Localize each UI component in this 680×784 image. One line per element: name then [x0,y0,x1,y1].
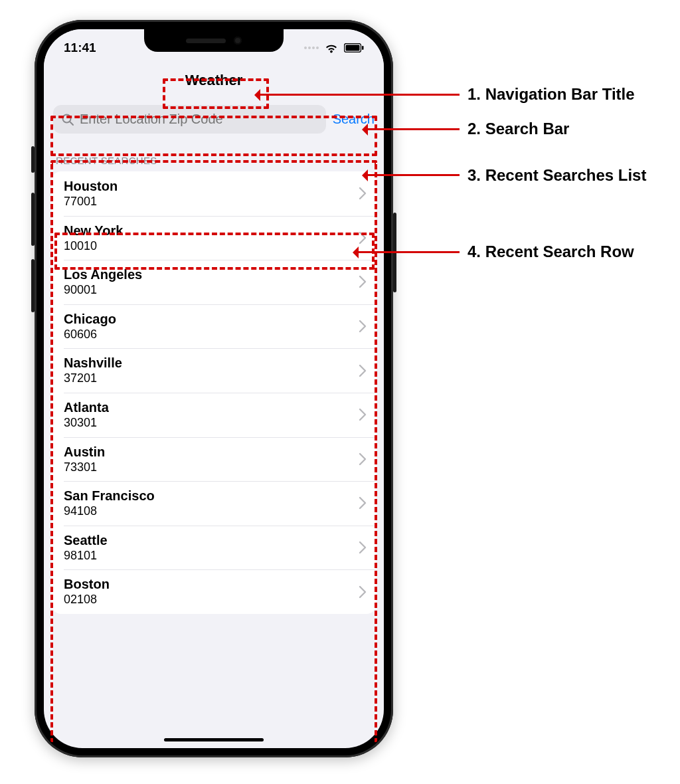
recent-search-city: Houston [64,178,359,195]
phone-notch [144,29,284,52]
home-indicator [164,738,264,741]
svg-line-4 [70,122,73,125]
chevron-right-icon [359,585,367,599]
annotation-label: 3. Recent Searches List [468,166,646,185]
svg-rect-1 [346,45,360,51]
search-button[interactable]: Search [333,112,375,127]
wifi-icon [324,43,339,53]
recent-search-row[interactable]: Atlanta30301 [52,393,376,437]
recent-search-zip: 60606 [64,328,359,342]
recent-search-zip: 73301 [64,460,359,475]
phone-side-button [31,259,35,312]
recent-search-zip: 02108 [64,593,359,607]
recent-search-zip: 77001 [64,195,359,209]
annotation-label: 4. Recent Search Row [468,243,634,261]
recent-search-city: New York [64,223,359,239]
recent-searches-header: RECENT SEARCHES [44,143,384,171]
chevron-right-icon [359,320,367,333]
recent-search-city: Atlanta [64,399,359,416]
recent-search-city: Los Angeles [64,266,359,283]
search-field[interactable] [53,105,326,134]
recent-search-row[interactable]: Seattle98101 [52,526,376,570]
recent-search-zip: 37201 [64,371,359,386]
svg-rect-2 [362,46,364,50]
recent-search-city: Austin [64,444,359,460]
recent-search-zip: 94108 [64,504,359,519]
recent-search-row[interactable]: Chicago60606 [52,304,376,349]
page-title: Weather [185,72,242,89]
recent-search-row[interactable]: New York10010 [52,216,376,260]
recent-search-zip: 98101 [64,549,359,563]
recent-search-zip: 10010 [64,239,359,254]
recent-search-city: Seattle [64,532,359,549]
annotation-label: 2. Search Bar [468,120,569,138]
recent-search-row[interactable]: Los Angeles90001 [52,260,376,304]
phone-frame: 11:41 [35,20,393,757]
search-icon [61,113,74,126]
recent-search-city: Nashville [64,355,359,371]
phone-side-button [31,146,35,173]
search-bar: Search [44,105,384,143]
chevron-right-icon [359,452,367,466]
navigation-bar: Weather [44,66,384,105]
recent-search-zip: 90001 [64,283,359,298]
status-time: 11:41 [64,41,96,55]
chevron-right-icon [359,364,367,377]
annotation-arrow [260,94,460,96]
annotation-arrow [359,251,460,253]
chevron-right-icon [359,231,367,245]
speaker-grill [186,39,226,43]
recent-search-zip: 30301 [64,416,359,431]
recent-search-row[interactable]: San Francisco94108 [52,481,376,526]
recent-search-row[interactable]: Nashville37201 [52,348,376,393]
annotation-arrow [368,174,460,176]
battery-icon [344,43,364,52]
recent-search-row[interactable]: Boston02108 [52,569,376,614]
recent-search-row[interactable]: Houston77001 [52,171,376,216]
cell-dots-icon [304,47,319,49]
recent-search-city: Boston [64,576,359,593]
annotation-label: 1. Navigation Bar Title [468,85,635,104]
chevron-right-icon [359,275,367,288]
phone-screen: 11:41 [44,29,384,748]
chevron-right-icon [359,408,367,421]
search-input[interactable] [80,112,318,127]
recent-search-row[interactable]: Austin73301 [52,437,376,482]
recent-search-city: Chicago [64,311,359,328]
recent-search-city: San Francisco [64,488,359,504]
chevron-right-icon [359,541,367,554]
recent-searches-list: Houston77001New York10010Los Angeles9000… [52,171,376,614]
chevron-right-icon [359,187,367,200]
phone-side-button [31,193,35,246]
front-camera [234,37,242,45]
annotation-arrow [368,128,460,130]
chevron-right-icon [359,496,367,510]
